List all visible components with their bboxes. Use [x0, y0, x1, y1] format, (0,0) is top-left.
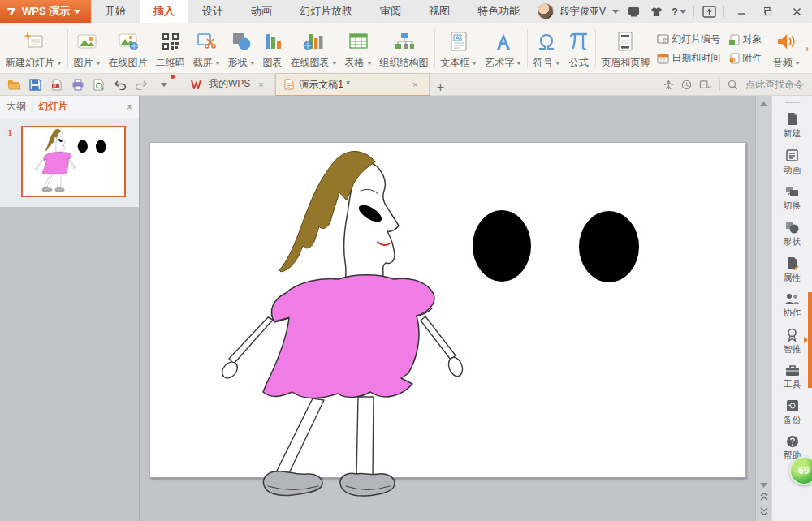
tab-animation[interactable]: 动画	[237, 0, 286, 23]
restore-button[interactable]	[758, 4, 780, 19]
assistant-icon[interactable]	[663, 80, 674, 90]
symbol-label: 符号	[533, 56, 560, 70]
close-button[interactable]	[786, 4, 807, 19]
user-dropdown-icon[interactable]	[612, 10, 619, 14]
shapes-icon	[231, 29, 252, 54]
doc-tab-label: 我的WPS	[209, 77, 250, 91]
ribbon-expand-icon[interactable]: ›	[804, 24, 810, 73]
tab-insert[interactable]: 插入	[140, 0, 188, 23]
slide-1[interactable]	[149, 142, 746, 478]
tab-review[interactable]: 审阅	[366, 0, 415, 23]
undo-icon[interactable]	[112, 77, 127, 93]
message-center-icon[interactable]	[625, 4, 641, 19]
user-avatar[interactable]	[538, 3, 554, 19]
attachment-button[interactable]: 附件	[728, 51, 762, 65]
sidebar-item-collaborate[interactable]: 协作	[784, 293, 801, 319]
object-button[interactable]: 对象	[728, 32, 762, 46]
shapes-panel-icon	[785, 221, 799, 234]
previous-slide-button[interactable]	[758, 491, 770, 502]
skin-icon[interactable]	[648, 4, 664, 19]
online-picture-button[interactable]: 在线图片	[105, 24, 152, 73]
redo-icon[interactable]	[133, 77, 149, 93]
audio-button[interactable]: 音频	[769, 24, 804, 73]
tab-view[interactable]: 视图	[415, 0, 464, 23]
save-icon[interactable]	[28, 77, 43, 93]
doc-tab-presentation1[interactable]: 演示文稿1 * ×	[275, 73, 430, 95]
sidebar-item-animation[interactable]: 动画	[784, 149, 801, 176]
sidebar-item-transition[interactable]: 切换	[784, 185, 801, 212]
tab-close-icon[interactable]: ×	[255, 80, 266, 89]
next-slide-button[interactable]	[758, 506, 770, 517]
export-pdf-icon[interactable]	[49, 77, 64, 93]
task-pane-arrow-icon[interactable]	[804, 337, 808, 343]
outline-tab[interactable]: 大纲	[6, 100, 26, 114]
header-footer-button[interactable]: 页眉和页脚	[597, 24, 654, 73]
scroll-down-icon[interactable]	[758, 480, 770, 491]
sidebar-item-smart[interactable]: 智推	[784, 328, 801, 355]
new-slide-button[interactable]: 新建幻灯片	[2, 24, 66, 73]
picture-button[interactable]: 图片	[70, 24, 105, 73]
formula-icon	[568, 29, 590, 54]
vertical-scrollbar[interactable]	[755, 96, 771, 521]
toolbar-options-icon[interactable]	[701, 4, 717, 19]
presentation-file-icon	[284, 79, 294, 90]
customize-quick-access-icon[interactable]	[156, 77, 171, 93]
find-command-input[interactable]: 点此查找命令	[745, 78, 804, 92]
sidebar-label: 形状	[784, 235, 801, 248]
online-chart-button[interactable]: 在线图表	[287, 24, 341, 73]
ribbon-separator-3	[527, 29, 528, 68]
help-icon[interactable]: ?	[671, 4, 687, 19]
table-button[interactable]: 表格	[341, 24, 376, 73]
chart-button[interactable]: 图表	[259, 24, 287, 73]
chart-icon	[263, 29, 283, 54]
shapes-button[interactable]: 形状	[224, 24, 259, 73]
member-points-badge[interactable]: 69	[789, 456, 812, 485]
wps-logo[interactable]: WPS 演示	[0, 0, 91, 23]
qrcode-button[interactable]: 二维码	[152, 24, 189, 73]
more-tools-icon[interactable]	[699, 80, 712, 90]
sidebar-item-shapes[interactable]: 形状	[784, 221, 801, 248]
org-chart-button[interactable]: 组织结构图	[376, 24, 433, 73]
datetime-button[interactable]: 日期和时间	[657, 51, 720, 65]
org-chart-icon	[394, 29, 415, 54]
slides-tab[interactable]: 幻灯片	[38, 100, 67, 114]
sidebar-label: 动画	[784, 164, 801, 176]
chart-label: 图表	[263, 56, 283, 70]
textbox-button[interactable]: 文本框	[436, 24, 481, 73]
print-preview-icon[interactable]	[91, 77, 106, 93]
history-icon[interactable]	[681, 80, 692, 90]
sidebar-handle[interactable]	[785, 102, 800, 105]
slide-number-button[interactable]: 幻灯片编号	[657, 32, 720, 46]
scroll-up-icon[interactable]	[758, 98, 770, 110]
tab-close-icon-active[interactable]: ×	[409, 80, 421, 89]
open-icon[interactable]	[6, 77, 22, 93]
minimize-button[interactable]	[731, 4, 752, 19]
sidebar-item-backup[interactable]: 备份	[784, 399, 801, 426]
user-name[interactable]: 段宇俊亚V	[560, 5, 606, 19]
print-icon[interactable]	[70, 77, 85, 93]
tab-home[interactable]: 开始	[91, 0, 140, 23]
object-icon	[728, 34, 740, 45]
tab-special-features[interactable]: 特色功能	[464, 0, 533, 23]
formula-button[interactable]: 公式	[564, 24, 594, 73]
new-tab-button[interactable]: +	[430, 80, 451, 95]
document-tabs: 我的WPS × 演示文稿1 * × +	[183, 74, 451, 95]
doc-tab-my-wps[interactable]: 我的WPS ×	[183, 73, 275, 95]
ribbon-separator-4	[595, 29, 596, 68]
symbol-button[interactable]: 符号	[529, 24, 564, 73]
panel-close-icon[interactable]: ×	[127, 101, 132, 113]
right-sidebar: 新建 动画 切换 形状 属性 协作	[771, 96, 812, 521]
editing-canvas[interactable]	[140, 96, 755, 521]
sidebar-item-tools[interactable]: 工具	[784, 364, 801, 390]
logo-dropdown-icon[interactable]	[74, 10, 80, 14]
tab-design[interactable]: 设计	[188, 0, 237, 23]
sidebar-item-new[interactable]: 新建	[784, 112, 801, 140]
wordart-button[interactable]: 艺术字	[481, 24, 525, 73]
slide-1-thumbnail[interactable]	[21, 126, 126, 197]
new-doc-icon	[785, 112, 799, 126]
tab-slideshow[interactable]: 幻灯片放映	[286, 0, 366, 23]
screenshot-button[interactable]: 截屏	[189, 24, 224, 73]
sidebar-item-properties[interactable]: 属性	[784, 256, 801, 284]
table-label: 表格	[345, 56, 372, 70]
qrcode-label: 二维码	[156, 56, 185, 70]
